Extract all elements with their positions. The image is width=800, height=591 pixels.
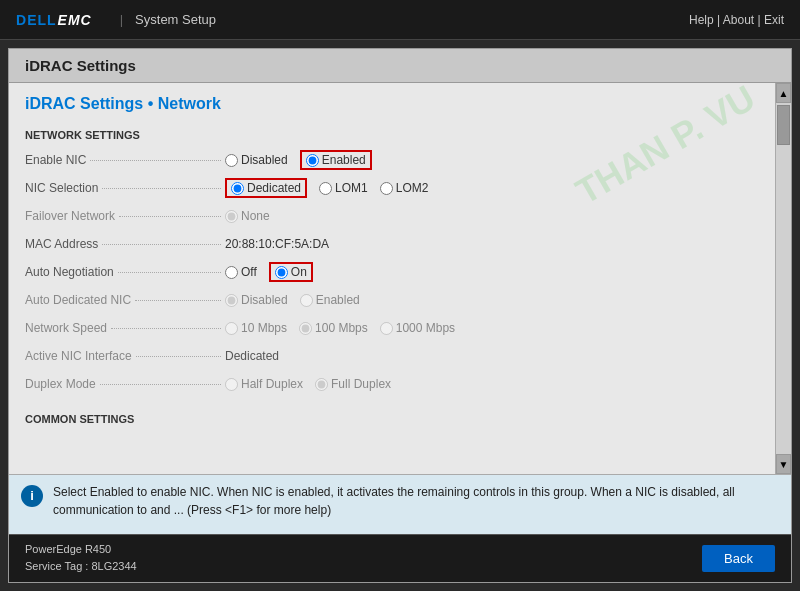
nic-selection-label: NIC Selection [25,181,225,195]
enable-nic-row: Enable NIC Disabled [25,147,759,173]
duplex-half-option: Half Duplex [225,377,303,391]
info-icon: i [21,485,43,507]
auto-neg-on-option[interactable]: On [275,265,307,279]
auto-negotiation-value: Off On [225,262,759,282]
outer-panel: iDRAC Settings THAN P. VU iDRAC Settings… [8,48,792,583]
auto-neg-off-label: Off [241,265,257,279]
network-settings-header: NETWORK SETTINGS [25,129,759,141]
nic-dedicated-highlight: Dedicated [225,178,307,198]
enable-nic-value: Disabled Enabled [225,150,759,170]
footer-device-info: PowerEdge R450 Service Tag : 8LG2344 [25,541,137,576]
scrollbar-thumb[interactable] [777,105,790,145]
auto-dedicated-nic-row: Auto Dedicated NIC Disabled [25,287,759,313]
back-button[interactable]: Back [702,545,775,572]
nic-dedicated-label: Dedicated [247,181,301,195]
logo-divider: | [120,12,123,27]
speed-10-label: 10 Mbps [241,321,287,335]
speed-100-option: 100 Mbps [299,321,368,335]
info-bar: i Select Enabled to enable NIC. When NIC… [9,474,791,534]
scrollbar-down-button[interactable]: ▼ [776,454,791,474]
nic-lom2-option[interactable]: LOM2 [380,181,429,195]
system-setup-title: System Setup [135,12,216,27]
duplex-mode-value: Half Duplex Full Duplex [225,377,759,391]
failover-none-label: None [241,209,270,223]
logo-dell: D [16,12,27,28]
scrollbar-up-button[interactable]: ▲ [776,83,791,103]
common-settings-header: COMMON SETTINGS [25,413,759,425]
speed-1000-option: 1000 Mbps [380,321,455,335]
auto-dedicated-nic-label: Auto Dedicated NIC [25,293,225,307]
mac-address-label: MAC Address [25,237,225,251]
dell-emc-logo: DELLEMC [16,12,92,28]
duplex-full-option: Full Duplex [315,377,391,391]
mac-address-value: 20:88:10:CF:5A:DA [225,237,759,251]
duplex-mode-label: Duplex Mode [25,377,225,391]
failover-network-value: None [225,209,759,223]
auto-ded-disabled-label: Disabled [241,293,288,307]
auto-negotiation-row: Auto Negotiation Off [25,259,759,285]
mac-address-text: 20:88:10:CF:5A:DA [225,237,329,251]
active-nic-label: Active NIC Interface [25,349,225,363]
footer-service-tag: Service Tag : 8LG2344 [25,558,137,576]
duplex-half-label: Half Duplex [241,377,303,391]
auto-negotiation-label: Auto Negotiation [25,265,225,279]
top-nav-links: Help | About | Exit [689,13,784,27]
duplex-mode-row: Duplex Mode Half Duplex Full [25,371,759,397]
speed-10-option: 10 Mbps [225,321,287,335]
failover-network-row: Failover Network None [25,203,759,229]
auto-ded-enabled-label: Enabled [316,293,360,307]
nic-lom1-label: LOM1 [335,181,368,195]
help-link[interactable]: Help [689,13,714,27]
content-area: THAN P. VU iDRAC Settings • Network NETW… [9,83,791,534]
active-nic-row: Active NIC Interface Dedicated [25,343,759,369]
enable-nic-disabled-label: Disabled [241,153,288,167]
active-nic-value: Dedicated [225,349,759,363]
panel-header-text: iDRAC Settings [25,57,136,74]
info-text: Select Enabled to enable NIC. When NIC i… [53,483,779,519]
speed-100-label: 100 Mbps [315,321,368,335]
scrollable-content[interactable]: THAN P. VU iDRAC Settings • Network NETW… [9,83,775,474]
network-speed-row: Network Speed 10 Mbps 100 Mb [25,315,759,341]
auto-neg-on-label: On [291,265,307,279]
main-area: iDRAC Settings THAN P. VU iDRAC Settings… [0,40,800,591]
enable-nic-label: Enable NIC [25,153,225,167]
failover-none-option: None [225,209,270,223]
nic-selection-value: Dedicated LOM1 LOM2 [225,178,759,198]
exit-link[interactable]: Exit [764,13,784,27]
enable-nic-enabled-option[interactable]: Enabled [306,153,366,167]
nic-dedicated-option[interactable]: Dedicated [231,181,301,195]
top-bar: DELLEMC | System Setup Help | About | Ex… [0,0,800,40]
network-speed-value: 10 Mbps 100 Mbps 1000 Mbps [225,321,759,335]
active-nic-text: Dedicated [225,349,279,363]
page-title: iDRAC Settings • Network [25,95,759,117]
speed-1000-label: 1000 Mbps [396,321,455,335]
enable-nic-enabled-highlight: Enabled [300,150,372,170]
auto-neg-off-option[interactable]: Off [225,265,257,279]
failover-network-label: Failover Network [25,209,225,223]
panel-header: iDRAC Settings [9,49,791,83]
auto-ded-enabled-option: Enabled [300,293,360,307]
enable-nic-enabled-label: Enabled [322,153,366,167]
nic-lom1-option[interactable]: LOM1 [319,181,368,195]
network-speed-label: Network Speed [25,321,225,335]
duplex-full-label: Full Duplex [331,377,391,391]
auto-neg-on-highlight: On [269,262,313,282]
auto-ded-disabled-option: Disabled [225,293,288,307]
auto-dedicated-nic-value: Disabled Enabled [225,293,759,307]
panel-body: THAN P. VU iDRAC Settings • Network NETW… [9,83,791,534]
scrollbar[interactable]: ▲ ▼ [775,83,791,474]
enable-nic-disabled-option[interactable]: Disabled [225,153,288,167]
footer-model: PowerEdge R450 [25,541,137,559]
about-link[interactable]: About [723,13,754,27]
mac-address-row: MAC Address 20:88:10:CF:5A:DA [25,231,759,257]
nic-lom2-label: LOM2 [396,181,429,195]
footer: PowerEdge R450 Service Tag : 8LG2344 Bac… [9,534,791,582]
nic-selection-row: NIC Selection Dedicated [25,175,759,201]
